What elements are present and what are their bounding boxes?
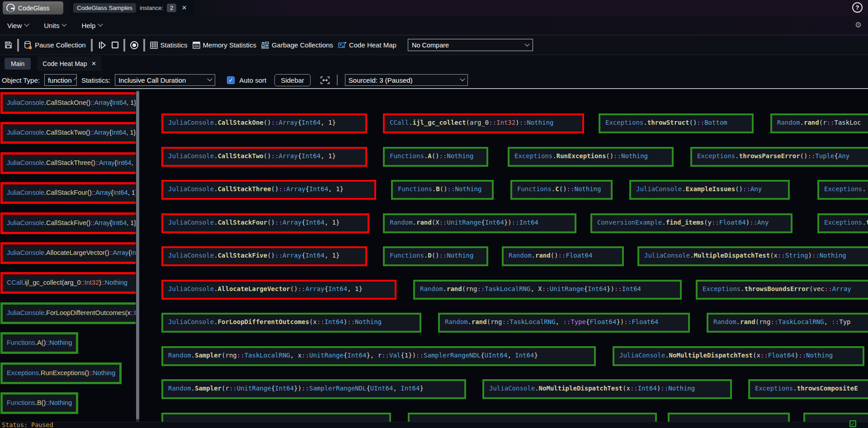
chevron-down-icon [98,22,103,27]
heatmap-box[interactable]: Functions.D()::Nothing [383,246,488,266]
fit-to-width-icon[interactable] [321,76,330,84]
heatmap-box[interactable]: Exceptions.throwsParseError()::Tuple{Any [690,147,868,167]
sidebar-item[interactable]: JuliaConsole.ForLoopDifferentOutcomes(x:… [0,302,136,324]
heatmap-box[interactable] [803,413,868,422]
heatmap-box[interactable]: Exceptions.RunExceptions()::Nothing [508,147,674,167]
heatmap-box[interactable] [161,413,391,422]
object-type-dropdown[interactable]: function [44,74,77,86]
object-type-label: Object Type: [2,76,40,84]
heatmap-sidebar-list: JuliaConsole.CallStackOne()::Array{Int64… [0,90,136,422]
heatmap-box[interactable]: JuliaConsole.AllocateLargeVector()::Arra… [161,280,396,300]
sidebar-item[interactable]: JuliaConsole.CallStackFive()::Array{Int6… [0,212,136,234]
save-button[interactable] [5,41,12,49]
chevron-down-icon [24,22,29,27]
heatmap-box[interactable]: JuliaConsole.CallStackFive()::Array{Int6… [161,246,367,266]
menu-help[interactable]: Help [81,22,102,29]
auto-sort-checkbox[interactable]: ✓ [227,76,235,84]
source-id-dropdown[interactable]: SourceId: 3 (Paused) [345,74,468,86]
memory-statistics-button[interactable]: Memory Statistics [193,41,256,49]
sidebar-item[interactable]: JuliaConsole.CallStackFour()::Array{Int6… [0,182,136,204]
sidebar-item[interactable]: JuliaConsole.CallStackThree()::Array{Int… [0,152,136,174]
codeglass-window: CodeGlass CodeGlass Samples instance: 2 … [0,0,868,428]
heatmap-box[interactable]: Random.rand(rng::TaskLocalRNG, X::UnitRa… [413,280,682,300]
record-icon [130,41,138,49]
tab-code-heat-map[interactable]: Code Heat Map × [37,56,101,71]
session-tab[interactable]: CodeGlass Samples instance: 2 × [69,0,194,16]
sidebar-item[interactable]: CCall.ijl_gc_collect(arg_0::Int32)::Noth… [0,272,136,294]
session-tab-title: CodeGlass Samples [73,3,136,13]
heatmap-box[interactable]: Functions.C()::Nothing [510,180,613,200]
heatmap-box[interactable]: JuliaConsole.CallStackOne()::Array{Int64… [161,113,367,133]
statistics-dropdown[interactable]: Inclusive Call Duration [115,74,215,86]
tab-close-icon[interactable]: × [91,59,96,68]
garbage-collections-button[interactable]: Garbage Collections [261,41,333,49]
chevron-down-icon [207,76,212,81]
heatmap-box[interactable]: JuliaConsole.ForLoopDifferentOutcomes(x:… [161,313,421,333]
heatmap-box[interactable]: JuliaConsole.CallStackTwo()::Array{Int64… [161,147,367,167]
heatmap-box[interactable]: Random.rand()::Float64 [502,246,624,266]
divider [0,88,868,89]
help-icon[interactable]: ? [852,2,863,13]
controls-separator [337,75,338,85]
chevron-down-icon [74,77,77,80]
resume-button[interactable] [98,41,107,49]
statistics-button[interactable]: Statistics [150,41,188,49]
heatmap-box[interactable]: Exceptions.t [817,213,868,233]
heatmap-controls: Object Type: function Statistics: Inclus… [0,72,868,88]
heatmap-box[interactable] [668,413,790,422]
heatmap-box[interactable]: Exceptions.throwsBoundsError(vec::Array [696,280,868,300]
heatmap-box[interactable]: Exceptions.throwStruct()::Bottom [599,113,754,133]
chevron-down-icon [460,76,465,81]
record-button[interactable] [130,41,138,49]
sidebar-item[interactable]: JuliaConsole.CallStackOne()::Array{Int64… [0,92,136,114]
code-heat-map-button[interactable]: Code Heat Map [338,41,396,49]
title-bar: CodeGlass CodeGlass Samples instance: 2 … [0,0,868,16]
status-text: Status: Paused [2,421,53,428]
gear-icon[interactable]: ⚙ [855,20,862,30]
heatmap-box[interactable]: JuliaConsole.ExampleIssues()::Any [629,180,790,200]
stop-button[interactable] [112,42,118,48]
heatmap-box[interactable] [408,413,657,422]
heatmap-box[interactable]: ConversionExample.find_items(y::Float64)… [590,213,793,233]
memory-statistics-icon [193,42,200,49]
chevron-down-icon [524,41,529,46]
pause-collection-button[interactable]: Pause Collection [24,41,86,49]
tab-main[interactable]: Main [5,58,31,70]
compare-dropdown[interactable]: No Compare [408,39,533,51]
heatmap-box[interactable]: Random.rand(rng::TaskLocalRNG, ::Typ [707,313,868,333]
heatmap-box[interactable]: CCall.ijl_gc_collect(arg_0::Int32)::Noth… [383,113,584,133]
heatmap-box[interactable]: JuliaConsole.NoMultipleDispatchTest(x::F… [613,346,864,366]
scrollbar-thumb[interactable] [136,91,139,419]
menu-units[interactable]: Units [44,22,66,29]
heatmap-box[interactable]: JuliaConsole.NoMultipleDispatchTest(x::I… [482,379,732,399]
heatmap-box[interactable]: Functions.B()::Nothing [391,180,494,200]
auto-sort-label: Auto sort [239,76,266,84]
heatmap-box[interactable]: Exceptions. [817,180,868,200]
toolbar-separator [91,39,93,52]
sidebar-item[interactable]: Functions.A()::Nothing [0,332,78,354]
heatmap-box[interactable]: Exceptions.throwsCompositeE [748,379,868,399]
sidebar-item[interactable]: JuliaConsole.AllocateLargeVector()::Arra… [0,242,136,264]
heatmap-box[interactable]: Random.rand(r::TaskLoc [770,113,868,133]
heatmap-box[interactable]: JuliaConsole.MultipleDispatchTest(x::Str… [637,246,868,266]
document-tab-bar: Main Code Heat Map × [0,56,868,72]
toolbar-separator [123,39,125,52]
menu-view[interactable]: View [7,22,28,29]
sidebar-scrollbar[interactable] [136,90,139,422]
sidebar-item[interactable]: JuliaConsole.CallStackTwo()::Array{Int64… [0,122,136,144]
sidebar-item[interactable]: Functions.B()::Nothing [0,392,78,414]
heatmap-box[interactable]: Random.Sampler(rng::TaskLocalRNG, x::Uni… [161,346,596,366]
toolbar-separator [17,39,19,52]
heatmap-box[interactable]: Functions.A()::Nothing [383,147,488,167]
heatmap-box[interactable]: Random.Sampler(r::UnitRange{Int64})::Sam… [161,379,466,399]
sidebar-button[interactable]: Sidebar [274,74,311,86]
heatmap-box[interactable]: Random.rand(rng::TaskLocalRNG, ::Type{Fl… [438,313,690,333]
app-logo-button[interactable]: CodeGlass [3,1,63,14]
heatmap-box[interactable]: JuliaConsole.CallStackFour()::Array{Int6… [161,213,369,233]
app-name: CodeGlass [18,5,49,12]
toolbar: Pause Collection Statistics Memory Stati… [0,35,868,55]
sidebar-item[interactable]: Exceptions.RunExceptions()::Nothing [0,362,122,384]
heatmap-box[interactable]: JuliaConsole.CallStackThree()::Array{Int… [161,180,376,200]
session-tab-close-icon[interactable]: × [182,3,187,13]
heatmap-box[interactable]: Random.rand(X::UnitRange{Int64})::Int64 [383,213,576,233]
